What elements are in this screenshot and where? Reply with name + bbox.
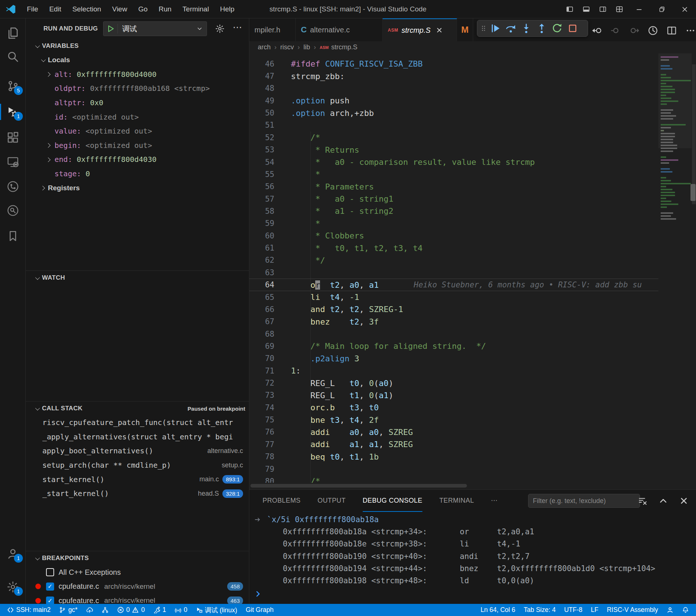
status-problems[interactable]: 00 [115, 604, 147, 616]
tab-alternative-c[interactable]: Calternative.c [296, 18, 383, 41]
scope-locals[interactable]: Locals [26, 53, 249, 67]
activity-extensions[interactable] [0, 129, 26, 146]
variables-section-header[interactable]: VARIABLES [26, 39, 249, 53]
watch-section-header[interactable]: WATCH [26, 271, 249, 285]
call-stack-frame[interactable]: riscv_cpufeature_patch_func(struct alt_e… [26, 415, 249, 430]
close-panel-icon[interactable] [679, 496, 689, 506]
status-notifications[interactable] [679, 604, 692, 616]
activity-settings[interactable]: 1 [0, 578, 26, 596]
breakpoint-checkbox[interactable] [46, 568, 54, 576]
activity-search[interactable] [0, 48, 26, 66]
activity-source-control[interactable]: 5 [0, 77, 26, 95]
tab-mpiler-h[interactable]: mpiler.h [249, 18, 296, 41]
horizontal-scrollbar[interactable] [250, 484, 467, 488]
panel-tab-debug-console[interactable]: DEBUG CONSOLE [363, 490, 422, 512]
code-editor[interactable]: 46#ifdef CONFIG_RISCV_ISA_ZBB47strcmp_zb… [249, 53, 696, 483]
status-ports[interactable]: 0 [172, 604, 190, 616]
panel-tab-output[interactable]: OUTPUT [317, 490, 345, 512]
menu-file[interactable]: File [21, 0, 44, 18]
status-remote-indicator[interactable]: SSH: main2 [4, 604, 53, 616]
menu-edit[interactable]: Edit [44, 0, 67, 18]
activity-run-and-debug[interactable]: 1 [0, 103, 26, 121]
drag-handle-icon[interactable] [479, 24, 488, 33]
status-git-branch[interactable]: gc* [56, 604, 80, 616]
toggle-secondary-sidebar-icon[interactable] [594, 0, 611, 18]
start-debug-icon[interactable] [106, 24, 115, 33]
tab-m[interactable]: M [457, 18, 473, 41]
panel-tab-terminal[interactable]: TERMINAL [439, 490, 474, 512]
variable-row[interactable]: end: 0xffffffff800d4030 [26, 152, 249, 167]
variable-row[interactable]: id: <optimized out> [26, 110, 249, 124]
debug-continue-button[interactable] [488, 21, 503, 36]
breakpoint-row[interactable]: ✓cpufeature.carch/riscv/kernel458 [26, 580, 249, 594]
debug-step-out-button[interactable] [534, 21, 549, 36]
menu-view[interactable]: View [107, 0, 133, 18]
debug-stop-button[interactable] [565, 21, 580, 36]
close-icon[interactable] [436, 26, 443, 34]
menu-terminal[interactable]: Terminal [177, 0, 215, 18]
restore-button[interactable] [650, 0, 673, 18]
activity-search-circle[interactable] [0, 202, 26, 219]
menu-go[interactable]: Go [133, 0, 153, 18]
scrollbar-thumb[interactable] [692, 64, 696, 204]
more-actions-icon[interactable]: ⋯ [233, 24, 242, 33]
minimize-button[interactable] [628, 0, 650, 18]
timeline-icon[interactable] [647, 25, 658, 36]
call-stack-section-header[interactable]: CALL STACK Paused on breakpoint [26, 401, 249, 415]
toggle-primary-sidebar-icon[interactable] [561, 0, 578, 18]
menu-help[interactable]: Help [214, 0, 240, 18]
console-filter-input[interactable] [528, 494, 640, 508]
breakpoint-checkbox[interactable]: ✓ [46, 583, 54, 591]
debug-step-over-button[interactable] [503, 21, 519, 36]
status-cursor-position[interactable]: Ln 64, Col 6 [478, 604, 518, 616]
reverse-continue-icon[interactable] [591, 25, 602, 36]
step-forward-icon[interactable] [629, 25, 640, 36]
breakpoints-section-header[interactable]: BREAKPOINTS [26, 551, 249, 565]
call-stack-frame[interactable]: _start_kernel()head.S328:1 [26, 486, 249, 501]
call-stack-frame[interactable]: apply_boot_alternatives()alternative.c [26, 444, 249, 458]
breakpoint-checkbox[interactable]: ✓ [46, 596, 54, 604]
status-encoding[interactable]: UTF-8 [562, 604, 585, 616]
clear-filter-icon[interactable] [638, 496, 647, 506]
breakpoint-row[interactable]: ✓cpufeature.carch/riscv/kernel463 [26, 594, 249, 604]
variable-row[interactable]: alt: 0xffffffff800d4000 [26, 67, 249, 82]
breadcrumb-item[interactable]: strcmp.S [331, 43, 357, 51]
activity-explorer[interactable] [0, 24, 26, 42]
call-stack-frame[interactable]: _apply_alternatives(struct alt_entry * b… [26, 430, 249, 444]
variable-row[interactable]: value: <optimized out> [26, 124, 249, 138]
menu-selection[interactable]: Selection [67, 0, 106, 18]
breadcrumb-item[interactable]: lib [303, 43, 310, 51]
status-source-control-graph[interactable] [99, 604, 111, 616]
call-stack-frame[interactable]: setup_arch(char ** cmdline_p)setup.c [26, 458, 249, 472]
step-back-icon[interactable] [610, 25, 621, 36]
activity-bookmarks[interactable] [0, 227, 26, 245]
breadcrumb-item[interactable]: riscv [280, 43, 294, 51]
debug-step-into-button[interactable] [519, 21, 534, 36]
minimap[interactable] [658, 53, 692, 483]
maximize-panel-icon[interactable] [658, 496, 668, 506]
variable-row[interactable]: begin: <optimized out> [26, 138, 249, 153]
status-git-graph[interactable]: Git Graph [243, 604, 276, 616]
call-stack-frame[interactable]: start_kernel()main.c893:1 [26, 472, 249, 486]
variable-row[interactable]: oldptr: 0xffffffff800ab168 <strcmp> [26, 81, 249, 96]
launch-config-dropdown[interactable]: 调试 [103, 21, 207, 36]
status-feedback[interactable] [664, 604, 676, 616]
variable-row[interactable]: stage: 0 [26, 167, 249, 181]
more-icon[interactable] [685, 25, 696, 36]
breakpoint-row[interactable]: All C++ Exceptions [26, 565, 249, 580]
panel-more-actions[interactable]: ⋯ [491, 490, 498, 512]
tab-strcmp-s[interactable]: ASMstrcmp.S [383, 18, 457, 41]
status-tools[interactable]: 1 [151, 604, 169, 616]
customize-layout-icon[interactable] [611, 0, 628, 18]
close-button[interactable] [673, 0, 696, 18]
activity-git-graph[interactable] [0, 178, 26, 195]
gear-icon[interactable] [215, 24, 225, 33]
status-publish-changes[interactable] [84, 604, 96, 616]
activity-remote-explorer[interactable] [0, 153, 26, 171]
panel-tab-problems[interactable]: PROBLEMS [263, 490, 300, 512]
split-editor-icon[interactable] [666, 25, 677, 36]
debug-restart-button[interactable] [549, 21, 565, 36]
status-debug-session[interactable]: 调试 (linux) [193, 604, 240, 616]
status-indentation[interactable]: Tab Size: 4 [521, 604, 558, 616]
breadcrumb-item[interactable]: arch [258, 43, 271, 51]
